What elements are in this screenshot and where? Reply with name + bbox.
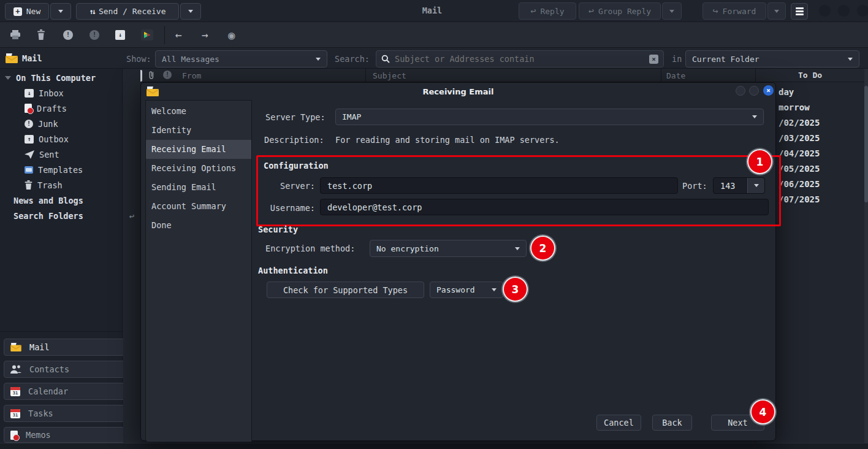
configuration-heading: Configuration (264, 161, 329, 171)
server-type-value: IMAP (342, 112, 361, 121)
printer-icon (10, 30, 21, 40)
sidebar-item-sent[interactable]: Sent (0, 147, 123, 162)
todo-item[interactable]: /02/2025 (779, 115, 820, 131)
wizard-step-sending-email[interactable]: Sending Email (146, 178, 251, 197)
server-type-dropdown[interactable]: IMAP (335, 109, 764, 125)
switcher-calendar-button[interactable]: 31 Calendar (4, 383, 126, 400)
window-control-dot-1[interactable] (819, 5, 831, 17)
not-junk-button[interactable]: ! (89, 30, 99, 40)
todo-item[interactable]: /03/2025 (779, 131, 820, 146)
sidebar-item-junk[interactable]: ! Junk (0, 116, 123, 131)
folder-label: Sent (39, 150, 59, 159)
sidebar-item-inbox[interactable]: ↓ Inbox (0, 85, 123, 101)
auth-mechanism-dropdown[interactable]: Password (430, 282, 503, 298)
port-spinner[interactable]: 143 (713, 177, 765, 194)
column-header-from[interactable]: From (182, 71, 201, 80)
forward-button[interactable]: ↪ Forward (702, 2, 766, 20)
wizard-step-welcome[interactable]: Welcome (146, 102, 251, 121)
search-box[interactable]: × (376, 50, 664, 67)
folder-label: Trash (37, 180, 63, 190)
send-receive-label: Send / Receive (99, 7, 166, 16)
sidebar-item-templates[interactable]: Templates (0, 162, 123, 177)
encryption-method-dropdown[interactable]: No encryption (370, 240, 527, 257)
clear-search-icon[interactable]: × (649, 55, 658, 64)
switcher-tasks-button[interactable]: 31 Tasks (4, 405, 126, 422)
collapse-pane-handle[interactable]: ↩ (125, 209, 139, 223)
previous-message-button[interactable]: ← (175, 28, 182, 42)
forward-dropdown-button[interactable] (767, 2, 786, 20)
sidebar-item-outbox[interactable]: ↑ Outbox (0, 131, 123, 147)
group-reply-dropdown-button[interactable] (662, 2, 682, 20)
junk-button[interactable]: ! (63, 30, 73, 40)
sidebar-root-on-this-computer[interactable]: On This Computer (0, 70, 123, 85)
username-input[interactable] (320, 199, 769, 215)
sidebar-item-news-and-blogs[interactable]: News and Blogs (0, 193, 123, 208)
window-title: Mail (392, 6, 472, 15)
calendar-icon: 31 (10, 387, 20, 396)
check-supported-types-button[interactable]: Check for Supported Types (267, 282, 424, 298)
window-control-dot-3[interactable] (857, 5, 868, 17)
show-filter-dropdown[interactable]: All Messages (155, 50, 327, 67)
stop-button[interactable]: ◉ (228, 28, 235, 42)
delete-button[interactable] (36, 28, 46, 40)
column-header-subject[interactable]: Subject (373, 71, 406, 80)
wizard-step-done[interactable]: Done (146, 216, 251, 235)
column-header-attachment[interactable] (148, 70, 155, 80)
dialog-close-button[interactable]: × (763, 85, 774, 96)
chevron-down-icon (774, 10, 779, 13)
port-dropdown-button[interactable] (747, 178, 764, 193)
encryption-method-label: Encryption method: (265, 244, 355, 253)
chevron-down-icon (492, 288, 497, 291)
search-scope-value: Current Folder (692, 55, 760, 64)
cancel-button[interactable]: Cancel (596, 415, 641, 431)
chevron-down-icon (515, 247, 520, 250)
column-header-important[interactable]: ! (163, 71, 172, 79)
sidebar-item-drafts[interactable]: Drafts (0, 101, 123, 116)
expander-icon[interactable] (5, 76, 11, 80)
wizard-step-receiving-email[interactable]: Receiving Email (146, 140, 251, 159)
column-divider[interactable] (661, 69, 661, 82)
todo-item[interactable]: /06/2025 (779, 177, 820, 192)
folder-label: Junk (38, 119, 58, 129)
wizard-step-account-summary[interactable]: Account Summary (146, 197, 251, 216)
column-header-date[interactable]: Date (666, 71, 685, 80)
reply-button[interactable]: ↩ Reply (519, 2, 576, 20)
todo-item[interactable]: /04/2025 (779, 146, 820, 161)
todo-item[interactable]: /05/2025 (779, 161, 820, 177)
send-receive-dropdown-button[interactable] (180, 3, 201, 20)
menu-button[interactable] (791, 3, 808, 20)
todo-item[interactable]: /07/2025 (779, 192, 820, 207)
server-input[interactable] (320, 177, 678, 194)
pane-splitter[interactable] (123, 69, 140, 443)
switcher-mail-button[interactable]: Mail (4, 339, 126, 356)
switcher-memos-button[interactable]: Memos (4, 427, 126, 443)
chevron-down-icon (316, 58, 321, 61)
scrollbar-thumb[interactable] (864, 86, 868, 202)
group-reply-button[interactable]: ↩ Group Reply (579, 2, 661, 20)
todo-item[interactable]: day (779, 85, 794, 100)
search-scope-dropdown[interactable]: Current Folder (685, 50, 859, 67)
search-input[interactable] (395, 54, 644, 64)
dialog-maximize-button[interactable] (749, 86, 759, 96)
stop-target-icon: ◉ (228, 28, 235, 42)
todo-item[interactable]: morrow (779, 100, 810, 115)
dialog-minimize-button[interactable] (736, 86, 745, 96)
new-dropdown-button[interactable] (50, 3, 71, 20)
new-button[interactable]: + New (5, 3, 49, 20)
sidebar-item-search-folders[interactable]: Search Folders (0, 208, 123, 223)
column-divider[interactable] (365, 69, 366, 82)
next-message-button[interactable]: → (202, 28, 208, 42)
archive-button[interactable]: ↓ (115, 30, 125, 40)
junk-icon: ! (63, 30, 73, 40)
server-label: Server: (264, 181, 315, 191)
wizard-step-identity[interactable]: Identity (146, 121, 251, 140)
back-button[interactable]: Back (652, 415, 692, 431)
switcher-contacts-button[interactable]: Contacts (4, 361, 126, 378)
filter-button[interactable] (141, 29, 153, 40)
window-control-dot-2[interactable] (838, 5, 850, 17)
print-button[interactable] (9, 29, 22, 41)
sidebar-item-trash[interactable]: Trash (0, 177, 123, 193)
wizard-step-receiving-options[interactable]: Receiving Options (146, 159, 251, 178)
toolbar-separator (164, 26, 165, 44)
send-receive-button[interactable]: ↑↓ Send / Receive (76, 3, 179, 20)
